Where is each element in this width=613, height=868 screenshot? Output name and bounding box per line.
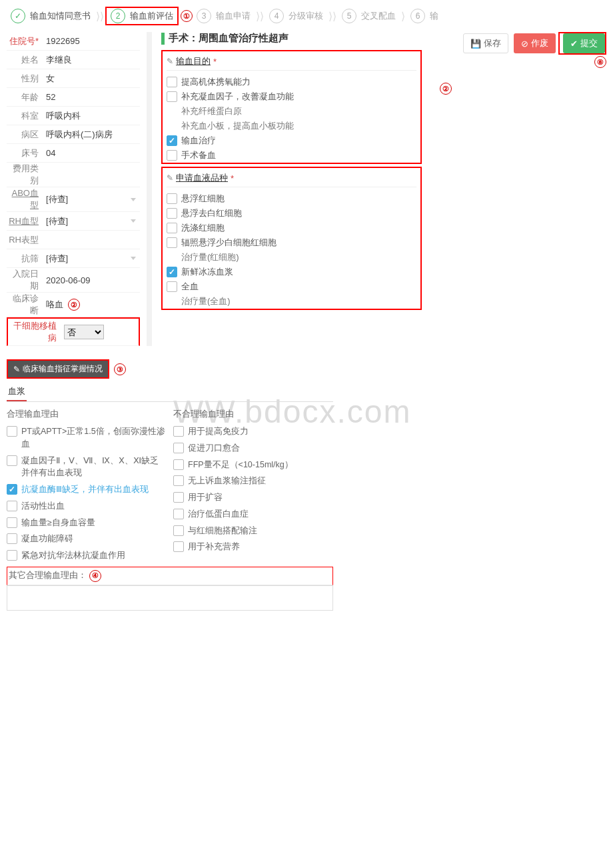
checkbox-icon bbox=[173, 426, 184, 437]
checkbox-option[interactable]: 促进刀口愈合 bbox=[173, 440, 333, 457]
chevron-down-icon bbox=[131, 198, 136, 201]
checkbox-option[interactable]: 提高机体携氧能力 bbox=[167, 75, 416, 89]
checkbox-icon bbox=[173, 443, 184, 453]
checkbox-icon bbox=[173, 509, 184, 519]
checkbox-icon bbox=[167, 237, 177, 248]
edit-icon: ✎ bbox=[13, 365, 20, 374]
checkbox-option[interactable]: 凝血因子Ⅱ，Ⅴ、Ⅶ、Ⅸ、Ⅹ、Ⅺ缺乏并伴有出血表现 bbox=[7, 453, 167, 482]
step-6[interactable]: 6 输 bbox=[406, 9, 442, 23]
checkbox-option[interactable]: 治疗量(红细胞) bbox=[167, 250, 416, 265]
checkbox-option[interactable]: 抗凝血酶Ⅲ缺乏，并伴有出血表现 bbox=[7, 481, 167, 498]
checkbox-icon bbox=[167, 267, 177, 277]
section-product: ✎ 申请血液品种* bbox=[167, 168, 416, 187]
checkbox-option[interactable]: 全血 bbox=[167, 279, 416, 294]
checkbox-option[interactable]: 补充血小板，提高血小板功能 bbox=[167, 119, 416, 133]
checkbox-icon bbox=[173, 541, 184, 552]
other-reason-input[interactable] bbox=[7, 585, 333, 611]
checkbox-option[interactable]: 手术备血 bbox=[167, 148, 416, 163]
checkbox-option[interactable]: 凝血功能障碍 bbox=[7, 531, 167, 547]
checkbox-option[interactable]: 活动性出血 bbox=[7, 498, 167, 515]
chevron-down-icon bbox=[131, 257, 136, 260]
step-4[interactable]: 4 分级审核 bbox=[265, 9, 327, 23]
checkbox-option[interactable]: 用于补充营养 bbox=[173, 539, 333, 555]
checkbox-icon bbox=[167, 77, 177, 87]
checkbox-icon bbox=[7, 550, 17, 561]
save-button[interactable]: 💾保存 bbox=[463, 33, 508, 53]
checkbox-icon bbox=[7, 426, 17, 437]
checkbox-option[interactable]: 用于提高免疫力 bbox=[173, 423, 333, 440]
annotation-3: ③ bbox=[114, 363, 126, 375]
checkbox-icon bbox=[173, 492, 184, 503]
step-5[interactable]: 5 交叉配血 bbox=[338, 9, 400, 23]
checkbox-option[interactable]: PT或APTT>正常1.5倍，创面弥漫性渗血 bbox=[7, 423, 167, 453]
step-2[interactable]: 2 输血前评估 bbox=[107, 9, 177, 23]
anti-select[interactable]: [待查] bbox=[43, 253, 140, 265]
annotation-4: ④ bbox=[89, 570, 101, 582]
checkbox-option[interactable]: 输血量≥自身血容量 bbox=[7, 515, 167, 531]
submit-button[interactable]: ✔提交 bbox=[563, 33, 605, 53]
checkbox-icon bbox=[7, 484, 17, 495]
checkbox-icon bbox=[7, 533, 17, 544]
check-icon: ✔ bbox=[570, 39, 578, 49]
page-title: 手术：周围血管治疗性超声 bbox=[169, 32, 289, 45]
checkbox-option[interactable]: 输血治疗 bbox=[167, 133, 416, 148]
edit-icon: ✎ bbox=[167, 173, 173, 183]
step-bar: ✓ 输血知情同意书 ⟩⟩ 2 输血前评估 ① 3 输血申请 ⟩⟩ 4 分级审核 … bbox=[7, 0, 606, 32]
indication-panel: ✎ 临床输血指征掌握情况 ③ 血浆 合理输血理由 PT或APTT>正常1.5倍，… bbox=[7, 359, 333, 613]
annotation-8: ⑧ bbox=[594, 56, 606, 68]
step-1[interactable]: ✓ 输血知情同意书 bbox=[7, 9, 95, 23]
checkbox-option[interactable]: 与红细胞搭配输注 bbox=[173, 523, 333, 539]
checkbox-option[interactable]: 补充纤维蛋白原 bbox=[167, 104, 416, 119]
rh-select[interactable]: [待查] bbox=[43, 215, 140, 227]
chevron-right-icon: ⟩⟩ bbox=[95, 10, 105, 23]
checkbox-icon bbox=[173, 475, 184, 486]
patient-panel: 住院号*1922695 姓名李继良 性别女 年龄52 科室呼吸内科 病区呼吸内科… bbox=[7, 32, 140, 346]
check-icon: ✓ bbox=[11, 9, 25, 23]
checkbox-icon bbox=[167, 208, 177, 219]
tab-plasma[interactable]: 血浆 bbox=[7, 383, 27, 401]
checkbox-option[interactable]: 紧急对抗华法林抗凝血作用 bbox=[7, 547, 167, 564]
checkbox-icon bbox=[167, 281, 177, 292]
checkbox-option[interactable]: 治疗量(全血) bbox=[167, 294, 416, 309]
step-number: 2 bbox=[111, 9, 125, 23]
checkbox-icon bbox=[173, 459, 184, 470]
checkbox-option[interactable]: 洗涤红细胞 bbox=[167, 221, 416, 235]
abo-select[interactable]: [待查] bbox=[43, 193, 140, 205]
checkbox-icon bbox=[167, 150, 177, 161]
checkbox-option[interactable]: 辐照悬浮少白细胞红细胞 bbox=[167, 235, 416, 250]
step-3[interactable]: 3 输血申请 bbox=[193, 9, 255, 23]
value-id: 1922695 bbox=[43, 36, 140, 46]
save-icon: 💾 bbox=[470, 39, 481, 49]
scrollbar[interactable] bbox=[147, 32, 152, 346]
edit-icon: ✎ bbox=[167, 57, 173, 66]
annotation-2b: ② bbox=[440, 83, 452, 95]
title-accent bbox=[161, 33, 165, 45]
void-button[interactable]: ⊘作废 bbox=[514, 33, 556, 53]
annotation-2: ② bbox=[68, 299, 80, 311]
checkbox-icon bbox=[173, 525, 184, 536]
checkbox-option[interactable]: 用于扩容 bbox=[173, 489, 333, 506]
checkbox-icon bbox=[7, 501, 17, 511]
other-reason-label: 其它合理输血理由： bbox=[9, 570, 87, 581]
checkbox-option[interactable]: 治疗低蛋白血症 bbox=[173, 506, 333, 523]
checkbox-icon bbox=[167, 193, 177, 204]
annotation-1: ① bbox=[181, 10, 193, 22]
checkbox-icon bbox=[7, 455, 17, 466]
col-header-ok: 合理输血理由 bbox=[7, 405, 167, 423]
checkbox-option[interactable]: 悬浮红细胞 bbox=[167, 191, 416, 206]
ban-icon: ⊘ bbox=[521, 39, 528, 49]
checkbox-option[interactable]: 新鲜冰冻血浆 bbox=[167, 265, 416, 279]
checkbox-option[interactable]: 悬浮去白红细胞 bbox=[167, 206, 416, 221]
checkbox-icon bbox=[167, 223, 177, 233]
stem-select[interactable]: 否 bbox=[64, 325, 104, 339]
chevron-down-icon bbox=[131, 219, 136, 223]
checkbox-option[interactable]: 无上诉血浆输注指征 bbox=[173, 473, 333, 489]
section-purpose: ✎ 输血目的* bbox=[167, 51, 416, 71]
checkbox-icon bbox=[7, 517, 17, 528]
checkbox-icon bbox=[167, 91, 177, 102]
checkbox-option[interactable]: FFP量不足（<10-15ml/kg） bbox=[173, 457, 333, 473]
checkbox-option[interactable]: 补充凝血因子，改善凝血功能 bbox=[167, 89, 416, 104]
action-panel: 💾保存 ⊘作废 ✔提交 ⑧ ② bbox=[428, 32, 606, 346]
checkbox-icon bbox=[167, 135, 177, 146]
form-panel: 手术：周围血管治疗性超声 ✎ 输血目的* 提高机体携氧能力补充凝血因子，改善凝血… bbox=[159, 32, 422, 346]
